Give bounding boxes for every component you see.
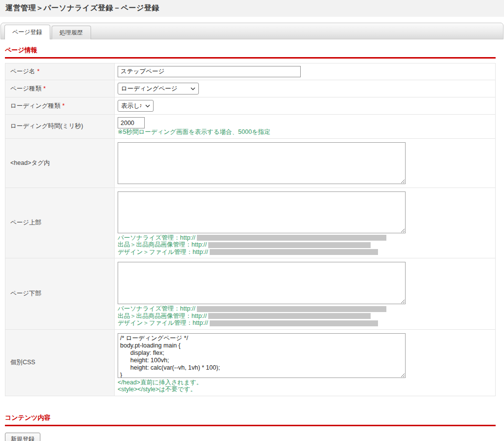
link-item-image-admin: 出品＞出品商品画像管理：http:// <box>118 313 207 319</box>
page-header: 運営管理＞パーソナライズ登録－ページ登録 <box>0 0 504 17</box>
tab-process-history[interactable]: 処理履歴 <box>52 26 91 39</box>
row-loading-time: ローディング時間(ミリ秒) ※5秒間ローディング画面を表示する場合、5000を指… <box>5 115 496 139</box>
field-label-head-tag: <head>タグ内 <box>5 138 115 188</box>
row-page-bottom: ページ下部 パーソナライズ管理：http:// 出品＞出品商品画像管理：http… <box>5 258 496 330</box>
row-page-name: ページ名* <box>5 63 496 80</box>
field-label-page-bottom: ページ下部 <box>5 258 115 330</box>
row-page-top: ページ上部 パーソナライズ管理：http:// 出品＞出品商品画像管理：http… <box>5 188 496 258</box>
page-info-form-table: ページ名* ページ種類* ローディングページ <box>5 63 496 396</box>
field-label-page-type: ページ種類* <box>5 80 115 97</box>
redacted-url <box>208 313 371 319</box>
row-custom-css: 個別CSS /* ローディングページ */ body.pt-loading ma… <box>5 329 496 396</box>
new-register-button[interactable]: 新規登録 <box>5 433 40 441</box>
redacted-url <box>197 235 386 241</box>
link-file-admin: デザイン＞ファイル管理：http:// <box>118 249 208 255</box>
field-label-page-top: ページ上部 <box>5 188 115 258</box>
link-personalize-admin: パーソナライズ管理：http:// <box>118 305 195 312</box>
custom-css-note-2: <style></style>は不要です。 <box>118 386 492 393</box>
section-title-contents: コンテンツ内容 <box>5 413 496 426</box>
tab-bar: ページ登録 処理履歴 <box>0 23 504 39</box>
row-page-type: ページ種類* ローディングページ <box>5 80 496 97</box>
link-file-admin: デザイン＞ファイル管理：http:// <box>118 319 208 326</box>
link-item-image-admin: 出品＞出品商品画像管理：http:// <box>118 241 207 248</box>
page-type-select[interactable]: ローディングページ <box>118 83 199 94</box>
field-label-custom-css: 個別CSS <box>5 329 115 396</box>
loading-time-input[interactable] <box>118 117 145 128</box>
main-content: ページ情報 ページ名* ページ種類* ローディングページ <box>5 46 496 441</box>
row-loading-type: ローディング種類* 表示しない <box>5 97 496 115</box>
page-top-textarea[interactable] <box>118 191 406 233</box>
link-personalize-admin: パーソナライズ管理：http:// <box>118 234 195 241</box>
tab-page-register[interactable]: ページ登録 <box>4 25 50 39</box>
redacted-url <box>210 249 378 255</box>
field-label-loading-type: ローディング種類* <box>5 97 115 115</box>
required-mark: * <box>43 85 46 92</box>
redacted-url <box>197 306 386 312</box>
page-bottom-textarea[interactable] <box>118 262 406 304</box>
field-label-loading-time: ローディング時間(ミリ秒) <box>5 115 115 139</box>
custom-css-note-1: </head>直前に挿入されます。 <box>118 379 492 386</box>
loading-time-note: ※5秒間ローディング画面を表示する場合、5000を指定 <box>118 128 492 136</box>
row-head-tag: <head>タグ内 <box>5 138 496 188</box>
redacted-url <box>210 320 378 326</box>
custom-css-textarea[interactable]: /* ローディングページ */ body.pt-loading main { d… <box>118 333 406 378</box>
loading-type-select[interactable]: 表示しない <box>118 100 154 112</box>
required-mark: * <box>37 68 40 75</box>
page-title: 運営管理＞パーソナライズ登録－ページ登録 <box>5 3 499 13</box>
section-title-page-info: ページ情報 <box>5 46 496 59</box>
required-mark: * <box>62 102 64 109</box>
redacted-url <box>208 242 371 248</box>
head-tag-textarea[interactable] <box>118 142 406 184</box>
page-name-input[interactable] <box>118 66 301 77</box>
field-label-page-name: ページ名* <box>5 63 115 80</box>
